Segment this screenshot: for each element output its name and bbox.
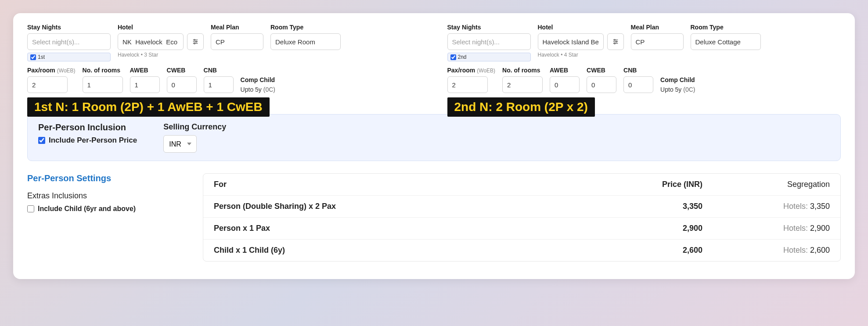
sliders-icon <box>612 38 619 45</box>
row-seg: Hotels: 2,900 <box>716 224 830 233</box>
comp-child-value: Upto 5y (0C) <box>241 86 275 93</box>
rooms-label: No. of rooms <box>502 67 543 74</box>
aweb-label: AWEB <box>550 67 580 74</box>
cweb-label: CWEB <box>587 67 616 74</box>
cnb-input[interactable] <box>623 76 653 93</box>
pax-room-label: Pax/room(WoEB) <box>27 67 76 74</box>
night-chip-1st-checkbox[interactable] <box>30 54 36 60</box>
aweb-label: AWEB <box>130 67 160 74</box>
rooms-input[interactable] <box>502 76 543 93</box>
include-child-row[interactable]: Include Child (6yr and above) <box>27 205 185 213</box>
meal-plan-label: Meal Plan <box>211 24 263 31</box>
col-price-header: Price (INR) <box>619 180 716 189</box>
night1-block: Stay Nights 1st Hotel Havelock • 3 Star <box>27 24 421 61</box>
table-row: 1 Person (Double Sharing) x 2 Pax 3,350 … <box>203 196 840 218</box>
annotation-night1: 1st N: 1 Room (2P) + 1 AwEB + 1 CwEB <box>27 97 270 117</box>
nights-config-row: Stay Nights 1st Hotel Havelock • 3 Star <box>27 24 841 61</box>
svg-point-10 <box>616 41 617 43</box>
hotel-label: Hotel <box>118 24 204 31</box>
pax-room-input[interactable] <box>27 76 68 93</box>
room-type-label: Room Type <box>270 24 341 31</box>
comp-child-label: Comp Child <box>660 76 695 83</box>
svg-point-4 <box>196 41 197 43</box>
sliders-icon <box>192 38 199 45</box>
cnb-input[interactable] <box>204 76 234 93</box>
stay-nights-label: Stay Nights <box>27 24 111 31</box>
hotel-filter-button[interactable] <box>187 33 204 50</box>
svg-point-3 <box>194 39 195 41</box>
include-per-person-price-row[interactable]: Include Per-Person Price <box>38 136 137 145</box>
row-for: Person (Double Sharing) x 2 Pax <box>214 202 619 211</box>
stay-nights-input[interactable] <box>447 33 531 50</box>
comp-child-label: Comp Child <box>241 76 275 83</box>
settings-column: Per-Person Settings Extras Inclusions In… <box>27 173 185 262</box>
extras-inclusions-title: Extras Inclusions <box>27 191 185 201</box>
cweb-label: CWEB <box>167 67 197 74</box>
row-price: 2,900 <box>619 224 716 233</box>
room-type-input[interactable] <box>270 33 341 50</box>
hotel-input[interactable] <box>538 33 604 50</box>
selling-currency-select[interactable]: INR <box>163 135 197 153</box>
night2-block: Stay Nights 2nd Hotel Havelock • 4 Star <box>447 24 841 61</box>
include-per-person-price-checkbox[interactable] <box>38 137 45 144</box>
aweb-input[interactable] <box>130 76 160 93</box>
room-type-input[interactable] <box>691 33 761 50</box>
table-row: 2 Person x 1 Pax 2,900 Hotels: 2,900 <box>203 218 840 240</box>
pax-room-label: Pax/room(WoEB) <box>447 67 496 74</box>
main-card: Stay Nights 1st Hotel Havelock • 3 Star <box>13 13 855 279</box>
rooms-input[interactable] <box>83 76 123 93</box>
include-child-checkbox[interactable] <box>27 205 34 212</box>
room-type-label: Room Type <box>691 24 761 31</box>
night-chip-1st-label: 1st <box>38 54 45 60</box>
table-row: 3 Child x 1 Child (6y) 2,600 Hotels: 2,6… <box>203 240 840 261</box>
meal-plan-input[interactable] <box>631 33 684 50</box>
cnb-label: CNB <box>623 67 653 74</box>
col-seg-header: Segregation <box>716 180 830 189</box>
stay-nights-input[interactable] <box>27 33 111 50</box>
comp-child-value: Upto 5y (0C) <box>660 86 695 93</box>
per-person-inclusion-box: Per-Person Inclusion Include Per-Person … <box>27 114 841 161</box>
per-person-inclusion-title: Per-Person Inclusion <box>38 122 137 133</box>
row-for: Child x 1 Child (6y) <box>214 246 619 255</box>
hotel-filter-button[interactable] <box>607 33 624 50</box>
night-chip-2nd-label: 2nd <box>458 54 467 60</box>
hotel-meta: Havelock • 4 Star <box>538 52 624 58</box>
night2-params: Pax/room(WoEB) No. of rooms AWEB CWEB CN… <box>447 67 841 93</box>
rooms-label: No. of rooms <box>83 67 123 74</box>
hotel-input[interactable] <box>118 33 184 50</box>
row-seg: Hotels: 3,350 <box>716 202 830 211</box>
svg-point-11 <box>614 43 615 44</box>
price-table-container: For Price (INR) Segregation 1 Person (Do… <box>203 173 841 262</box>
col-for-header: For <box>214 180 619 189</box>
cweb-input[interactable] <box>587 76 616 93</box>
hotel-label: Hotel <box>538 24 624 31</box>
night-chip-2nd-checkbox[interactable] <box>450 54 456 60</box>
row-price: 2,600 <box>619 246 716 255</box>
svg-point-5 <box>194 43 195 44</box>
annotation-row: 1st N: 1 Room (2P) + 1 AwEB + 1 CwEB 2nd… <box>27 97 841 117</box>
row-seg: Hotels: 2,600 <box>716 246 830 255</box>
meal-plan-input[interactable] <box>211 33 263 50</box>
price-table-header: For Price (INR) Segregation <box>203 174 840 196</box>
aweb-input[interactable] <box>550 76 580 93</box>
per-person-settings-title: Per-Person Settings <box>27 173 185 183</box>
pax-config-row: Pax/room(WoEB) No. of rooms AWEB CWEB CN… <box>27 67 841 93</box>
annotation-night2: 2nd N: 2 Room (2P x 2) <box>447 97 595 117</box>
row-for: Person x 1 Pax <box>214 224 619 233</box>
night-chip-1st[interactable]: 1st <box>27 53 111 61</box>
row-price: 3,350 <box>619 202 716 211</box>
selling-currency-label: Selling Currency <box>163 122 226 132</box>
night-chip-2nd[interactable]: 2nd <box>447 53 531 61</box>
hotel-meta: Havelock • 3 Star <box>118 52 204 58</box>
price-table: For Price (INR) Segregation 1 Person (Do… <box>203 173 841 262</box>
pax-room-input[interactable] <box>447 76 488 93</box>
meal-plan-label: Meal Plan <box>631 24 684 31</box>
cweb-input[interactable] <box>167 76 197 93</box>
include-per-person-price-label: Include Per-Person Price <box>49 136 137 145</box>
bottom-section: Per-Person Settings Extras Inclusions In… <box>27 173 841 262</box>
stay-nights-label: Stay Nights <box>447 24 531 31</box>
cnb-label: CNB <box>204 67 234 74</box>
night1-params: Pax/room(WoEB) No. of rooms AWEB CWEB CN… <box>27 67 421 93</box>
include-child-label: Include Child (6yr and above) <box>38 205 136 213</box>
svg-point-9 <box>614 39 615 41</box>
